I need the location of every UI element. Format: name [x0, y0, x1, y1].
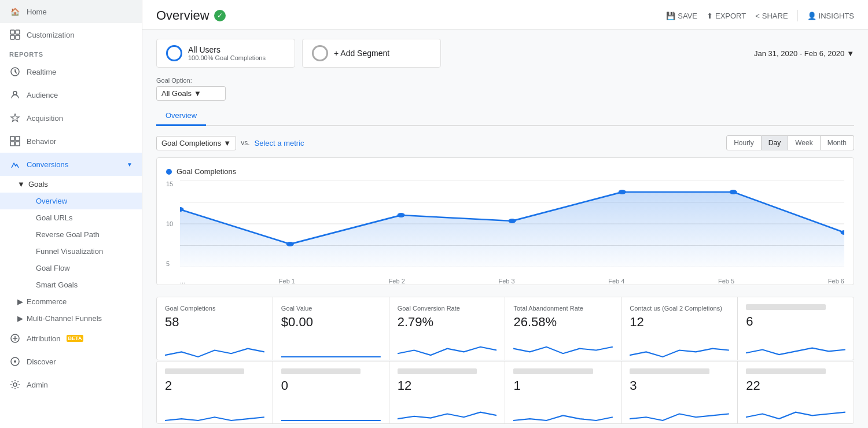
metric-value-r2c2: 0	[281, 378, 381, 393]
metric-card-r2c6[interactable]: 22	[738, 361, 854, 423]
time-btn-month[interactable]: Month	[821, 135, 854, 150]
metric-card-abandonment-rate[interactable]: Total Abandonment Rate 26.58%	[505, 297, 621, 360]
metric-value-r2c1: 2	[165, 378, 264, 393]
time-btn-day[interactable]: Day	[762, 135, 788, 150]
metric-label-r2c1-blurred	[165, 368, 244, 374]
metric-card-r2c2[interactable]: 0	[273, 361, 389, 423]
segment-circle-empty	[312, 45, 328, 61]
discover-icon	[9, 356, 21, 367]
sidebar-item-attribution[interactable]: Attribution BETA	[0, 327, 142, 350]
sidebar-item-customization[interactable]: Customization	[0, 23, 142, 46]
svg-point-24	[619, 190, 626, 194]
select-metric-link[interactable]: Select a metric	[255, 139, 304, 147]
verified-icon: ✓	[214, 10, 226, 21]
sidebar-goals-category[interactable]: ▼ Goals	[0, 176, 142, 193]
svg-point-25	[730, 190, 737, 194]
goal-option-row: Goal Option: All Goals ▼	[156, 77, 854, 101]
content-area: All Users 100.00% Goal Completions + Add…	[142, 29, 868, 428]
metric-label-r2c6-blurred	[746, 368, 825, 374]
sparkline-r2c6	[746, 396, 845, 416]
sparkline-contact-us	[630, 332, 729, 353]
metric-label-goal-value: Goal Value	[281, 304, 381, 312]
metric-value-r2c4: 1	[513, 378, 613, 393]
ecommerce-chevron: ▶	[17, 297, 23, 306]
insights-button[interactable]: 👤 INSIGHTS	[807, 12, 854, 20]
metric-card-r2c5[interactable]: 3	[621, 361, 737, 423]
metric-card-r2c4[interactable]: 1	[505, 361, 621, 423]
sparkline-r2c2	[281, 396, 381, 416]
metric-card-r2c3[interactable]: 12	[389, 361, 505, 423]
topbar-actions: 💾 SAVE ⬆ EXPORT < SHARE 👤 INSIGHTS	[666, 10, 854, 21]
sparkline-r2c3	[398, 396, 497, 416]
date-range-picker[interactable]: Jan 31, 2020 - Feb 6, 2020 ▼	[754, 49, 854, 58]
metric-label-r2c3-blurred	[398, 368, 477, 374]
attribution-icon	[9, 333, 21, 344]
sidebar-item-overview[interactable]: Overview	[0, 193, 142, 209]
acquisition-icon	[9, 112, 21, 124]
time-buttons: Hourly Day Week Month	[726, 135, 854, 150]
sidebar-item-behavior[interactable]: Behavior	[0, 130, 142, 153]
metric-cards-row2: 2 0 12 1	[156, 361, 854, 424]
tabs-row: Overview	[156, 106, 854, 126]
page-title: Overview ✓	[156, 8, 226, 23]
chart-x-labels: ... Feb 1 Feb 2 Feb 3 Feb 4 Feb 5 Feb 6	[180, 278, 844, 285]
date-range-chevron: ▼	[847, 49, 854, 58]
sidebar-item-goal-urls[interactable]: Goal URLs	[0, 209, 142, 226]
svg-point-12	[14, 360, 16, 363]
sidebar-multichannel-category[interactable]: ▶ Multi-Channel Funnels	[0, 310, 142, 327]
svg-marker-19	[180, 192, 844, 267]
add-segment-label: + Add Segment	[334, 49, 389, 58]
metric-selector[interactable]: Goal Completions ▼	[156, 136, 236, 150]
svg-rect-3	[16, 35, 20, 39]
metric-value-r2c5: 3	[630, 378, 729, 393]
goals-chevron: ▼	[17, 180, 25, 189]
metric-label-contact-us: Contact us (Goal 2 Completions)	[630, 304, 729, 312]
metric-card-goal-value[interactable]: Goal Value $0.00	[273, 297, 389, 360]
export-button[interactable]: ⬆ EXPORT	[707, 12, 746, 20]
sidebar-item-admin[interactable]: Admin	[0, 373, 142, 396]
svg-rect-1	[16, 30, 20, 34]
segments-bar: All Users 100.00% Goal Completions + Add…	[156, 39, 854, 68]
time-btn-hourly[interactable]: Hourly	[726, 135, 762, 150]
metric-label-abandonment-rate: Total Abandonment Rate	[513, 304, 613, 312]
sidebar-item-conversions[interactable]: Conversions ▼	[0, 153, 142, 176]
behavior-icon	[9, 135, 21, 147]
goal-select-chevron: ▼	[194, 89, 201, 98]
metric-card-contact-us[interactable]: Contact us (Goal 2 Completions) 12	[621, 297, 737, 360]
goal-option-label: Goal Option:	[156, 77, 854, 84]
svg-point-5	[13, 91, 17, 95]
sidebar-item-realtime[interactable]: Realtime	[0, 60, 142, 83]
save-button[interactable]: 💾 SAVE	[666, 12, 697, 20]
sidebar-item-home[interactable]: 🏠 Home	[0, 0, 142, 23]
sidebar-item-acquisition[interactable]: Acquisition	[0, 106, 142, 130]
share-icon: <	[755, 12, 760, 20]
customization-icon	[9, 29, 21, 40]
sidebar-item-discover[interactable]: Discover	[0, 350, 142, 373]
metric-card-r2c1[interactable]: 2	[157, 361, 273, 423]
metric-label-r2c4-blurred	[513, 368, 593, 374]
sidebar: 🏠 Home Customization REPORTS Realtime Au…	[0, 0, 142, 428]
time-btn-week[interactable]: Week	[788, 135, 820, 150]
sidebar-item-audience[interactable]: Audience	[0, 83, 142, 106]
metric-card-card6[interactable]: 6	[738, 297, 854, 360]
share-button[interactable]: < SHARE	[755, 12, 788, 20]
chart-legend: Goal Completions	[157, 167, 854, 176]
tab-overview[interactable]: Overview	[156, 106, 206, 126]
goal-select[interactable]: All Goals ▼	[156, 86, 226, 101]
metric-card-conversion-rate[interactable]: Goal Conversion Rate 2.79%	[389, 297, 505, 360]
metric-value-r2c6: 22	[746, 378, 845, 393]
sidebar-item-funnel-visualization[interactable]: Funnel Visualization	[0, 243, 142, 260]
metric-label-goal-completions: Goal Completions	[165, 304, 264, 312]
svg-rect-0	[10, 30, 14, 34]
sidebar-ecommerce-category[interactable]: ▶ Ecommerce	[0, 293, 142, 310]
sidebar-item-reverse-goal-path[interactable]: Reverse Goal Path	[0, 226, 142, 243]
add-segment-chip[interactable]: + Add Segment	[302, 39, 441, 68]
vs-label: vs.	[241, 139, 249, 147]
segment-name: All Users	[188, 45, 266, 54]
home-icon: 🏠	[9, 6, 21, 17]
metric-card-goal-completions[interactable]: Goal Completions 58	[157, 297, 273, 360]
svg-rect-7	[16, 136, 20, 141]
sidebar-item-goal-flow[interactable]: Goal Flow	[0, 260, 142, 276]
sidebar-item-smart-goals[interactable]: Smart Goals	[0, 276, 142, 293]
active-segment-chip[interactable]: All Users 100.00% Goal Completions	[156, 39, 295, 68]
